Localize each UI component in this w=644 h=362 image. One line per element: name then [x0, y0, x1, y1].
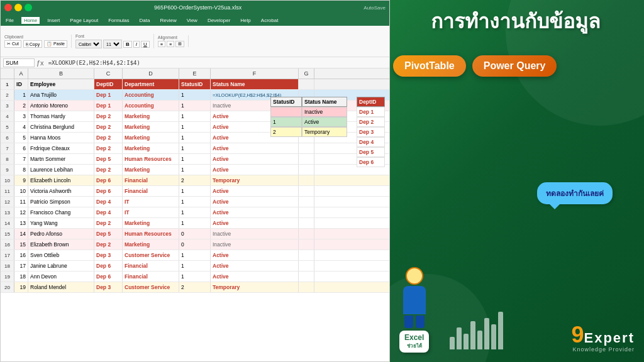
cell-department[interactable]: Financial [123, 186, 179, 196]
cell-statusname[interactable]: Active [211, 165, 299, 175]
font-size-select[interactable]: 11 [103, 40, 122, 48]
lookup-cell-statusid-active[interactable]: 1 [270, 117, 302, 127]
ribbon-tab-home[interactable]: Home [21, 17, 40, 24]
cell-deptid[interactable]: Dep 2 [94, 122, 123, 132]
cell-deptid[interactable]: Dep 1 [94, 90, 123, 100]
cell-deptid[interactable]: Dep 4 [94, 207, 123, 217]
cell-employee[interactable]: Roland Mendel [28, 282, 94, 292]
cell-deptid[interactable]: Dep 6 [94, 261, 123, 271]
cell-statusname[interactable]: Active [211, 197, 299, 207]
cell-id[interactable]: 9 [14, 175, 28, 185]
cell-department[interactable]: IT [123, 197, 179, 207]
ribbon-tab-data[interactable]: Data [137, 17, 153, 24]
cell-department[interactable]: Marketing [123, 239, 179, 250]
cell-statusid[interactable]: 1 [179, 218, 211, 228]
cell-statusname[interactable]: Active [211, 143, 299, 153]
dept-cell[interactable]: Dep 2 [357, 117, 385, 127]
cell-employee[interactable]: Yang Wang [28, 218, 94, 228]
cell-statusname[interactable]: Active [211, 218, 299, 228]
col-header-b[interactable]: B [28, 69, 94, 79]
header-department[interactable]: Department [123, 79, 179, 89]
dept-cell[interactable]: Dep 3 [357, 127, 385, 137]
cell-id[interactable]: 17 [14, 261, 28, 271]
cell-deptid[interactable]: Dep 5 [94, 229, 123, 239]
cell-statusid[interactable]: 1 [179, 133, 211, 143]
cell-id[interactable]: 11 [14, 197, 28, 207]
paste-button[interactable]: 📋 Paste [44, 40, 67, 48]
cell-id[interactable]: 10 [14, 186, 28, 196]
lookup-cell-statusname-active[interactable]: Active [302, 117, 347, 127]
bold-button[interactable]: B [123, 41, 132, 48]
cell-employee[interactable]: Janine Labrune [28, 261, 94, 271]
header-statusname[interactable]: Status Name [211, 79, 299, 89]
ribbon-tab-file[interactable]: File [3, 17, 16, 24]
ribbon-tab-help[interactable]: Help [238, 17, 253, 24]
cell-statusname[interactable]: Temporary [211, 282, 299, 292]
cell-statusid[interactable]: 1 [179, 207, 211, 217]
cell-id[interactable]: 16 [14, 250, 28, 260]
cell-statusname[interactable]: Temporary [211, 175, 299, 185]
col-header-e[interactable]: E [179, 69, 211, 79]
power-query-badge[interactable]: Power Query [472, 55, 557, 77]
cell-employee[interactable]: Patricio Simpson [28, 197, 94, 207]
dept-cell[interactable]: Dep 6 [357, 157, 385, 167]
lookup-cell-statusname-inactive[interactable]: Inactive [302, 107, 347, 117]
cell-statusname[interactable]: Active [211, 186, 299, 196]
cell-employee[interactable]: Victoria Ashworth [28, 186, 94, 196]
min-btn[interactable] [14, 4, 22, 11]
cell-id[interactable]: 18 [14, 272, 28, 282]
cell-employee[interactable]: Pedro Afonso [28, 229, 94, 239]
header-deptid[interactable]: DeptID [94, 79, 123, 89]
ribbon-tab-pagelayout[interactable]: Page Layout [67, 17, 101, 24]
cell-employee[interactable]: Frdrique Citeaux [28, 143, 94, 153]
header-statusid[interactable]: StatusID [179, 79, 211, 89]
cell-deptid[interactable]: Dep 2 [94, 218, 123, 228]
cell-department[interactable]: Human Resources [123, 229, 179, 239]
col-header-a[interactable]: A [14, 69, 28, 79]
cell-department[interactable]: Marketing [123, 122, 179, 132]
cell-employee[interactable]: Sven Ottlieb [28, 250, 94, 260]
cell-department[interactable]: Financial [123, 175, 179, 185]
merge-button[interactable]: ⊞ [175, 41, 184, 47]
cell-statusname[interactable]: Inactive [211, 229, 299, 239]
cell-statusname[interactable]: Inactive [211, 239, 299, 250]
col-header-f[interactable]: F [211, 69, 299, 79]
font-family-select[interactable]: Calibri [75, 40, 102, 48]
cell-employee[interactable]: Elizabeth Brown [28, 239, 94, 250]
cell-deptid[interactable]: Dep 2 [94, 239, 123, 250]
cell-statusid[interactable]: 1 [179, 90, 211, 100]
cell-deptid[interactable]: Dep 1 [94, 101, 123, 111]
underline-button[interactable]: U [141, 41, 150, 48]
cell-statusid[interactable]: 1 [179, 186, 211, 196]
cell-employee[interactable]: Martn Sommer [28, 154, 94, 164]
dept-cell[interactable]: Dep 5 [357, 147, 385, 157]
cell-department[interactable]: Human Resources [123, 154, 179, 164]
cell-department[interactable]: Financial [123, 261, 179, 271]
cell-id[interactable]: 15 [14, 239, 28, 250]
cell-statusid[interactable]: 2 [179, 175, 211, 185]
cell-id[interactable]: 7 [14, 154, 28, 164]
cell-deptid[interactable]: Dep 4 [94, 197, 123, 207]
cell-department[interactable]: Marketing [123, 218, 179, 228]
cell-department[interactable]: IT [123, 207, 179, 217]
cell-deptid[interactable]: Dep 3 [94, 282, 123, 292]
cell-employee[interactable]: Ana Trujillo [28, 90, 94, 100]
cell-statusid[interactable]: 2 [179, 282, 211, 292]
cell-id[interactable]: 19 [14, 282, 28, 292]
cell-statusname[interactable]: Active [211, 154, 299, 164]
cell-employee[interactable]: Francisco Chang [28, 207, 94, 217]
dept-cell[interactable]: Dep 1 [357, 107, 385, 117]
cell-statusid[interactable]: 1 [179, 101, 211, 111]
cell-deptid[interactable]: Dep 6 [94, 175, 123, 185]
cell-employee[interactable]: Ann Devon [28, 272, 94, 282]
ribbon-tab-formulas[interactable]: Formulas [106, 17, 131, 24]
ribbon-tab-acrobat[interactable]: Acrobat [258, 17, 281, 24]
align-left-button[interactable]: ≡ [158, 41, 165, 47]
cell-id[interactable]: 3 [14, 111, 28, 121]
cell-id[interactable]: 5 [14, 133, 28, 143]
cell-statusid[interactable]: 1 [179, 250, 211, 260]
ribbon-tab-insert[interactable]: Insert [45, 17, 62, 24]
lookup-cell-statusid-temporary[interactable]: 2 [270, 127, 302, 137]
header-id[interactable]: ID [14, 79, 28, 89]
col-header-c[interactable]: C [94, 69, 123, 79]
